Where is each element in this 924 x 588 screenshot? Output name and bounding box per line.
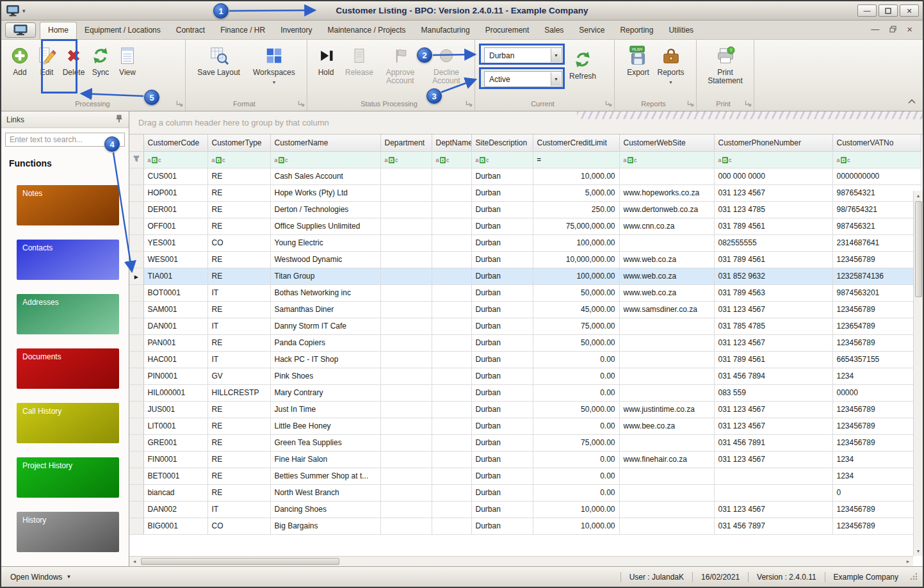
tab-service[interactable]: Service bbox=[571, 22, 612, 39]
release-button[interactable]: Release bbox=[343, 42, 375, 79]
cell-department[interactable] bbox=[380, 418, 432, 434]
cell-customervatno[interactable]: 123456789 bbox=[832, 518, 921, 534]
cell-department[interactable] bbox=[380, 518, 432, 534]
cell-deptname[interactable] bbox=[432, 201, 471, 218]
scroll-down-icon[interactable]: ▼ bbox=[914, 546, 923, 556]
cell-customercreditlimit[interactable]: 0.00 bbox=[533, 468, 619, 484]
cell-deptname[interactable] bbox=[432, 301, 471, 318]
cell-customerwebsite[interactable]: www.dertonweb.co.za bbox=[619, 201, 714, 218]
cell-department[interactable] bbox=[380, 301, 432, 318]
cell-customercode[interactable]: SAM001 bbox=[143, 301, 207, 318]
row-indicator[interactable] bbox=[129, 318, 143, 334]
cell-department[interactable] bbox=[380, 468, 432, 484]
row-indicator[interactable] bbox=[129, 201, 143, 218]
cell-customercreditlimit[interactable]: 0.00 bbox=[533, 484, 619, 501]
column-header-customercode[interactable]: CustomerCode bbox=[143, 135, 207, 151]
cell-customerwebsite[interactable]: www.web.co.za bbox=[619, 284, 714, 301]
tab-reporting[interactable]: Reporting bbox=[612, 22, 661, 39]
cell-deptname[interactable] bbox=[432, 168, 471, 184]
cell-customercreditlimit[interactable]: 45,000.00 bbox=[533, 301, 619, 318]
cell-customerphonenumber[interactable]: 031 123 4567 bbox=[714, 301, 832, 318]
column-header-department[interactable]: Department bbox=[380, 135, 432, 151]
dialog-launcher-icon[interactable] bbox=[298, 100, 305, 108]
table-row[interactable]: SAM001RESamanthas DinerDurban45,000.00ww… bbox=[129, 301, 921, 318]
cell-customervatno[interactable]: 123456789 bbox=[832, 301, 921, 318]
cell-customercode[interactable]: FIN0001 bbox=[143, 451, 207, 468]
tab-equipment-locations[interactable]: Equipment / Locations bbox=[77, 22, 168, 39]
cell-customervatno[interactable]: 123456789 bbox=[832, 501, 921, 518]
cell-customertype[interactable]: RE bbox=[207, 418, 270, 434]
cell-customercode[interactable]: DAN001 bbox=[143, 318, 207, 334]
cell-sitedescription[interactable]: Durban bbox=[471, 251, 533, 268]
cell-sitedescription[interactable]: Durban bbox=[471, 518, 533, 534]
function-block-notes[interactable]: Notes bbox=[17, 185, 119, 225]
tab-manufacturing[interactable]: Manufacturing bbox=[414, 22, 478, 39]
cell-department[interactable] bbox=[380, 351, 432, 368]
column-header-deptname[interactable]: DeptName bbox=[432, 135, 471, 151]
cell-customerphonenumber[interactable]: 031 852 9632 bbox=[714, 268, 832, 284]
cell-customercode[interactable]: GRE001 bbox=[143, 434, 207, 451]
cell-department[interactable] bbox=[380, 434, 432, 451]
cell-customervatno[interactable]: 6654357155 bbox=[832, 351, 921, 368]
cell-customercode[interactable]: BIG0001 bbox=[143, 518, 207, 534]
vertical-scroll-thumb[interactable] bbox=[915, 201, 922, 297]
mdi-close-icon[interactable]: × bbox=[907, 24, 912, 34]
cell-customercode[interactable]: OFF001 bbox=[143, 218, 207, 234]
cell-customerwebsite[interactable] bbox=[619, 168, 714, 184]
cell-customercreditlimit[interactable]: 10,000.00 bbox=[533, 501, 619, 518]
cell-deptname[interactable] bbox=[432, 451, 471, 468]
table-row[interactable]: LIT0001RELittle Bee HoneyDurban0.00www.b… bbox=[129, 418, 921, 434]
cell-customername[interactable]: Pink Shoes bbox=[270, 368, 380, 384]
table-row[interactable]: JUS001REJust In TimeDurban50,000.00www.j… bbox=[129, 401, 921, 418]
row-indicator[interactable]: ▶ bbox=[129, 268, 143, 284]
cell-customername[interactable]: Cash Sales Account bbox=[270, 168, 380, 184]
cell-deptname[interactable] bbox=[432, 484, 471, 501]
cell-sitedescription[interactable]: Durban bbox=[471, 234, 533, 251]
cell-customername[interactable]: Hope Works (Pty) Ltd bbox=[270, 184, 380, 201]
cell-department[interactable] bbox=[380, 251, 432, 268]
filter-cell-customername[interactable]: aBc bbox=[270, 151, 380, 168]
cell-customername[interactable]: Bothas Networking inc bbox=[270, 284, 380, 301]
cell-customercreditlimit[interactable]: 10,000,000.00 bbox=[533, 251, 619, 268]
table-row[interactable]: BIG0001COBig BargainsDurban10,000.00031 … bbox=[129, 518, 921, 534]
cell-customerphonenumber[interactable]: 031 789 4563 bbox=[714, 284, 832, 301]
cell-deptname[interactable] bbox=[432, 401, 471, 418]
cell-customertype[interactable]: RE bbox=[207, 401, 270, 418]
cell-customerphonenumber[interactable]: 000 000 0000 bbox=[714, 168, 832, 184]
cell-customercode[interactable]: LIT0001 bbox=[143, 418, 207, 434]
cell-deptname[interactable] bbox=[432, 418, 471, 434]
cell-customername[interactable]: Titan Group bbox=[270, 268, 380, 284]
column-header-customerwebsite[interactable]: CustomerWebSite bbox=[619, 135, 714, 151]
cell-customervatno[interactable]: 1234 bbox=[832, 468, 921, 484]
cell-customerwebsite[interactable]: www.bee.co.za bbox=[619, 418, 714, 434]
chevron-down-icon[interactable]: ▼ bbox=[551, 72, 561, 86]
cell-customercreditlimit[interactable]: 50,000.00 bbox=[533, 401, 619, 418]
cell-sitedescription[interactable]: Durban bbox=[471, 268, 533, 284]
column-header-customername[interactable]: CustomerName bbox=[270, 135, 380, 151]
row-indicator[interactable] bbox=[129, 401, 143, 418]
cell-customertype[interactable]: IT bbox=[207, 318, 270, 334]
cell-department[interactable] bbox=[380, 168, 432, 184]
vertical-scrollbar[interactable]: ▲ ▼ bbox=[913, 191, 923, 556]
cell-sitedescription[interactable]: Durban bbox=[471, 168, 533, 184]
chevron-down-icon[interactable]: ▼ bbox=[551, 49, 561, 62]
cell-deptname[interactable] bbox=[432, 268, 471, 284]
cell-customercreditlimit[interactable]: 50,000.00 bbox=[533, 334, 619, 351]
row-indicator[interactable] bbox=[129, 434, 143, 451]
cell-department[interactable] bbox=[380, 401, 432, 418]
cell-customername[interactable]: Big Bargains bbox=[270, 518, 380, 534]
cell-sitedescription[interactable]: Durban bbox=[471, 201, 533, 218]
cell-customercreditlimit[interactable]: 100,000.00 bbox=[533, 234, 619, 251]
cell-customervatno[interactable]: 123456789 bbox=[832, 434, 921, 451]
collapse-ribbon-icon[interactable] bbox=[907, 95, 916, 107]
tab-utilities[interactable]: Utilities bbox=[661, 22, 701, 39]
cell-department[interactable] bbox=[380, 201, 432, 218]
cell-deptname[interactable] bbox=[432, 218, 471, 234]
cell-customertype[interactable]: RE bbox=[207, 268, 270, 284]
edit-button[interactable]: Edit bbox=[33, 42, 60, 79]
cell-customername[interactable]: Little Bee Honey bbox=[270, 418, 380, 434]
cell-customerwebsite[interactable] bbox=[619, 434, 714, 451]
cell-customerwebsite[interactable] bbox=[619, 384, 714, 401]
cell-customerphonenumber[interactable]: 031 123 4567 bbox=[714, 451, 832, 468]
sync-button[interactable]: Sync bbox=[87, 42, 114, 79]
